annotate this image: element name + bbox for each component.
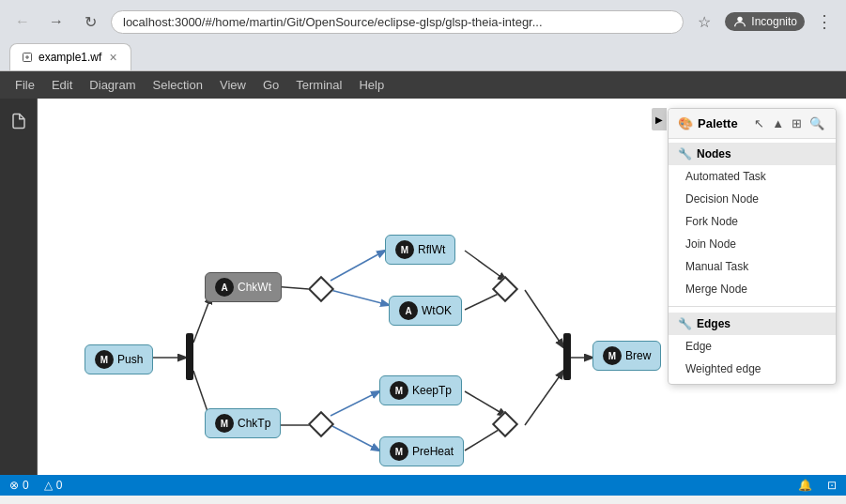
svg-line-16: [465, 391, 506, 416]
palette-item-merge-node[interactable]: Merge Node: [669, 278, 836, 300]
svg-line-5: [193, 296, 211, 343]
node-keeptp-badge: M: [390, 381, 408, 400]
menu-go[interactable]: Go: [255, 75, 286, 95]
node-chktp[interactable]: M ChkTp: [205, 408, 281, 438]
palette-item-weighted-edge[interactable]: Weighted edge: [669, 358, 836, 380]
node-brew[interactable]: M Brew: [592, 341, 661, 371]
url-text: localhost:3000/#/home/martin/Git/OpenSou…: [123, 15, 543, 29]
node-chkwt[interactable]: A ChkWt: [205, 272, 282, 302]
node-rflwt[interactable]: M RflWt: [385, 235, 455, 265]
node-push[interactable]: M Push: [85, 344, 153, 374]
palette-collapse-button[interactable]: ▶: [652, 108, 667, 130]
decision-node-3[interactable]: [308, 411, 334, 437]
status-warnings[interactable]: △ 0: [44, 479, 63, 492]
menu-selection[interactable]: Selection: [145, 75, 209, 95]
palette-title: 🎨 Palette: [678, 116, 738, 130]
svg-line-15: [331, 425, 379, 451]
incognito-label: Incognito: [751, 15, 797, 28]
svg-point-0: [738, 17, 743, 22]
decision-node-2[interactable]: [492, 276, 518, 302]
node-chktp-label: ChkTp: [238, 417, 270, 430]
node-wtok-badge: A: [399, 301, 418, 320]
browser-menu-button[interactable]: ⋮: [812, 8, 837, 36]
palette-tool-up[interactable]: ▲: [770, 115, 786, 132]
palette-tool-select[interactable]: ↖: [752, 115, 766, 132]
menu-bar: File Edit Diagram Selection View Go Term…: [0, 71, 846, 99]
palette-edges-icon: 🔧: [678, 317, 692, 330]
palette-item-automated-task[interactable]: Automated Task: [669, 165, 836, 188]
canvas[interactable]: M Push A ChkWt M RflWt A WtOK M Brew: [38, 99, 846, 475]
forward-button[interactable]: →: [43, 8, 69, 35]
palette-item-join-node[interactable]: Join Node: [669, 233, 836, 255]
palette-item-decision-node[interactable]: Decision Node: [669, 188, 836, 210]
decision-node-4[interactable]: [492, 411, 518, 437]
node-preheat[interactable]: M PreHeat: [379, 436, 464, 466]
refresh-button[interactable]: ↻: [77, 8, 103, 35]
error-icon: ⊗: [9, 479, 19, 492]
sidebar-icon-files[interactable]: [4, 106, 34, 136]
node-push-label: Push: [117, 353, 143, 366]
node-chkwt-label: ChkWt: [238, 281, 271, 294]
svg-line-18: [525, 371, 563, 425]
warning-count: 0: [56, 479, 63, 492]
palette-nodes-label: Nodes: [697, 147, 731, 160]
menu-file[interactable]: File: [8, 75, 42, 95]
node-keeptp[interactable]: M KeepTp: [379, 375, 462, 405]
palette-edges-label: Edges: [697, 317, 731, 330]
node-rflwt-badge: M: [395, 240, 414, 259]
status-notification[interactable]: 🔔: [798, 479, 812, 492]
palette-item-fork-node[interactable]: Fork Node: [669, 210, 836, 233]
warning-icon: △: [44, 479, 53, 492]
palette-edges-header[interactable]: 🔧 Edges: [669, 313, 836, 335]
node-wtok-label: WtOK: [422, 304, 452, 317]
node-push-badge: M: [95, 350, 114, 369]
tab-label: example1.wf: [38, 51, 101, 64]
menu-view[interactable]: View: [212, 75, 254, 95]
sidebar: [0, 99, 38, 475]
palette-item-manual-task[interactable]: Manual Task: [669, 255, 836, 278]
menu-diagram[interactable]: Diagram: [82, 75, 143, 95]
palette-item-edge[interactable]: Edge: [669, 335, 836, 358]
tab-close-button[interactable]: ×: [107, 50, 118, 65]
incognito-badge: Incognito: [725, 12, 805, 31]
node-brew-label: Brew: [625, 349, 651, 362]
svg-line-9: [331, 290, 389, 305]
svg-line-14: [331, 391, 379, 416]
palette-header: 🎨 Palette ↖ ▲ ⊞ 🔍: [669, 109, 836, 139]
star-button[interactable]: ☆: [691, 8, 717, 35]
node-brew-badge: M: [603, 346, 622, 365]
tab-example1[interactable]: example1.wf ×: [9, 43, 131, 70]
palette-tool-grid[interactable]: ⊞: [790, 115, 804, 132]
status-errors[interactable]: ⊗ 0: [9, 479, 29, 492]
back-button[interactable]: ←: [9, 8, 36, 35]
svg-line-12: [525, 290, 563, 347]
node-wtok[interactable]: A WtOK: [389, 296, 462, 326]
notification-icon: 🔔: [798, 479, 812, 492]
palette-divider: [669, 306, 836, 307]
palette-nodes-header[interactable]: 🔧 Nodes: [669, 143, 836, 165]
palette-edges-section: 🔧 Edges Edge Weighted edge: [669, 309, 836, 384]
status-bar: ⊗ 0 △ 0 🔔 ⊡: [0, 475, 846, 496]
node-keeptp-label: KeepTp: [412, 384, 452, 397]
join-node-right[interactable]: [563, 333, 571, 380]
svg-line-10: [465, 251, 506, 281]
palette-title-label: Palette: [698, 116, 738, 130]
url-bar[interactable]: localhost:3000/#/home/martin/Git/OpenSou…: [111, 10, 684, 34]
fork-node-left[interactable]: [186, 333, 193, 380]
svg-line-8: [331, 251, 385, 281]
upload-icon: ⊡: [827, 479, 837, 492]
app-container: File Edit Diagram Selection View Go Term…: [0, 71, 846, 496]
palette-tools: ↖ ▲ ⊞ 🔍: [752, 115, 826, 132]
main-content: M Push A ChkWt M RflWt A WtOK M Brew: [0, 99, 846, 475]
status-upload[interactable]: ⊡: [827, 479, 837, 492]
menu-terminal[interactable]: Terminal: [288, 75, 349, 95]
node-preheat-badge: M: [390, 442, 408, 461]
palette-tool-search[interactable]: 🔍: [808, 115, 826, 132]
menu-edit[interactable]: Edit: [44, 75, 80, 95]
error-count: 0: [23, 479, 29, 492]
node-chkwt-badge: A: [215, 278, 234, 297]
menu-help[interactable]: Help: [351, 75, 392, 95]
decision-node-1[interactable]: [308, 276, 334, 302]
palette-nodes-section: 🔧 Nodes Automated Task Decision Node For…: [669, 139, 836, 304]
node-rflwt-label: RflWt: [418, 243, 445, 256]
